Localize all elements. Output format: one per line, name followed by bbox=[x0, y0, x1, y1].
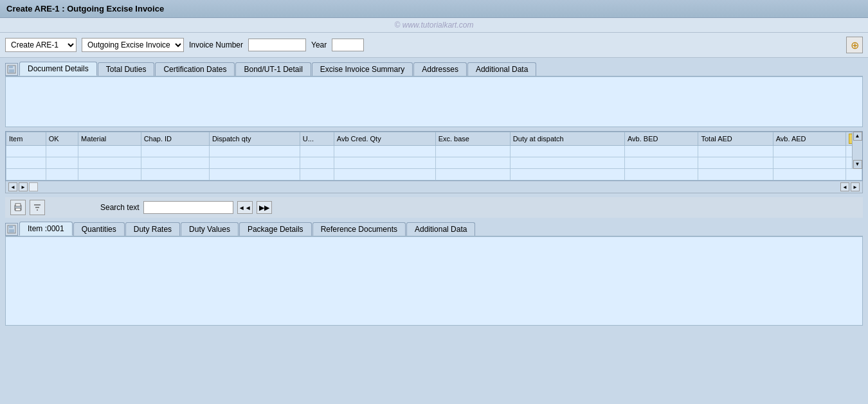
upper-tab-section: Document Details Total Duties Certificat… bbox=[5, 62, 863, 127]
tab-duty-rates[interactable]: Duty Rates bbox=[125, 222, 180, 236]
col-dispatch-qty: Dispatch qty bbox=[209, 132, 300, 146]
tab-quantities[interactable]: Quantities bbox=[73, 222, 125, 236]
tab-reference-documents[interactable]: Reference Documents bbox=[312, 222, 406, 236]
tab-excise-invoice-summary[interactable]: Excise Invoice Summary bbox=[312, 62, 413, 76]
table-row bbox=[6, 157, 862, 169]
tab-addresses[interactable]: Addresses bbox=[413, 62, 467, 76]
col-exc-base: Exc. base bbox=[435, 132, 510, 146]
col-ok: OK bbox=[46, 132, 78, 146]
table-wrapper: Item OK Material Chap. ID Dispatch qty U… bbox=[5, 131, 863, 193]
upper-tabs-header: Document Details Total Duties Certificat… bbox=[19, 62, 537, 76]
bottom-toolbar: Search text ◄◄ ▶▶ bbox=[5, 197, 863, 218]
svg-rect-11 bbox=[9, 229, 14, 233]
print-icon-btn[interactable] bbox=[10, 200, 26, 215]
svg-rect-4 bbox=[15, 204, 21, 206]
refresh-icon-btn[interactable]: ⊕ bbox=[846, 37, 863, 53]
lower-tabs-header: Item :0001 Quantities Duty Rates Duty Va… bbox=[19, 222, 476, 236]
lower-tab-content bbox=[5, 236, 863, 326]
col-avb-aed: Avb. AED bbox=[773, 132, 845, 146]
tab-duty-values[interactable]: Duty Values bbox=[181, 222, 239, 236]
watermark-bar: © www.tutorialkart.com bbox=[0, 18, 868, 33]
tab-additional-data-lower[interactable]: Additional Data bbox=[406, 222, 475, 236]
search-label: Search text bbox=[100, 203, 140, 212]
col-item: Item bbox=[6, 132, 46, 146]
tab-certification-dates[interactable]: Certification Dates bbox=[155, 62, 235, 76]
col-u: U... bbox=[300, 132, 334, 146]
svg-rect-5 bbox=[15, 208, 21, 211]
col-avb-cred-qty: Avb Cred. Qty bbox=[334, 132, 435, 146]
upper-tab-content bbox=[5, 76, 863, 127]
title-text: Create ARE-1 : Outgoing Excise Invoice bbox=[6, 4, 164, 13]
data-table: Item OK Material Chap. ID Dispatch qty U… bbox=[6, 132, 862, 180]
are1-dropdown[interactable]: Create ARE-1 Change ARE-1 Display ARE-1 bbox=[5, 38, 77, 52]
table-row bbox=[6, 146, 862, 157]
scroll-left-btn[interactable]: ◄ bbox=[8, 182, 17, 191]
svg-rect-2 bbox=[9, 69, 14, 73]
upper-save-icon[interactable] bbox=[5, 63, 18, 76]
tab-additional-data-upper[interactable]: Additional Data bbox=[467, 62, 536, 76]
main-content: Document Details Total Duties Certificat… bbox=[0, 58, 868, 329]
tab-item-0001[interactable]: Item :0001 bbox=[19, 222, 73, 236]
scroll-up-btn[interactable]: ▲ bbox=[853, 132, 862, 141]
col-material: Material bbox=[78, 132, 141, 146]
tab-document-details[interactable]: Document Details bbox=[19, 62, 97, 76]
tab-total-duties[interactable]: Total Duties bbox=[98, 62, 155, 76]
tab-package-details[interactable]: Package Details bbox=[239, 222, 312, 236]
horiz-scroll-right2[interactable]: ► bbox=[851, 182, 860, 191]
toolbar-row: Create ARE-1 Change ARE-1 Display ARE-1 … bbox=[0, 33, 868, 58]
col-avb-bed: Avb. BED bbox=[624, 132, 698, 146]
tab-bond-ut1-detail[interactable]: Bond/UT-1 Detail bbox=[235, 62, 311, 76]
lower-save-icon[interactable] bbox=[5, 223, 18, 236]
invoice-type-dropdown[interactable]: Outgoing Excise Invoice Incoming Excise … bbox=[82, 38, 184, 52]
invoice-number-input[interactable] bbox=[248, 39, 306, 51]
search-input[interactable] bbox=[143, 201, 233, 214]
table-header-row: Item OK Material Chap. ID Dispatch qty U… bbox=[6, 132, 862, 146]
col-duty-at-dispatch: Duty at dispatch bbox=[510, 132, 624, 146]
horiz-scroll-left2[interactable]: ◄ bbox=[840, 182, 849, 191]
title-bar: Create ARE-1 : Outgoing Excise Invoice bbox=[0, 0, 868, 18]
col-chap-id: Chap. ID bbox=[141, 132, 209, 146]
lower-tab-section: Item :0001 Quantities Duty Rates Duty Va… bbox=[5, 222, 863, 326]
table-row bbox=[6, 169, 862, 180]
horizontal-scroll-row: ◄ ► ◄ ► bbox=[5, 181, 863, 193]
scroll-right-btn[interactable]: ► bbox=[19, 182, 28, 191]
scroll-track bbox=[29, 182, 38, 191]
search-prev-btn[interactable]: ◄◄ bbox=[237, 201, 253, 214]
svg-rect-10 bbox=[9, 225, 13, 228]
search-next-btn[interactable]: ▶▶ bbox=[257, 201, 272, 214]
col-total-aed: Total AED bbox=[698, 132, 773, 146]
invoice-number-label: Invoice Number bbox=[189, 40, 243, 49]
watermark-text: © www.tutorialkart.com bbox=[395, 21, 474, 30]
data-table-container: Item OK Material Chap. ID Dispatch qty U… bbox=[5, 131, 863, 181]
svg-rect-1 bbox=[9, 66, 13, 68]
year-input[interactable] bbox=[332, 39, 364, 51]
scroll-down-btn[interactable]: ▼ bbox=[853, 160, 862, 169]
year-label: Year bbox=[311, 40, 327, 49]
vertical-scrollbar: ▲ ▼ bbox=[852, 132, 862, 169]
filter-icon-btn[interactable] bbox=[30, 200, 45, 215]
